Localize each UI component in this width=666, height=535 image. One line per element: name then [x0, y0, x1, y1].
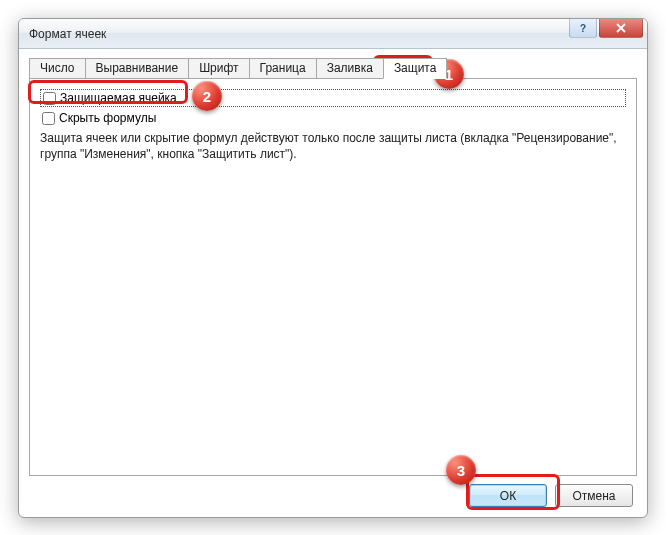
- help-button[interactable]: ?: [569, 19, 597, 38]
- tab-number[interactable]: Число: [29, 58, 86, 79]
- format-cells-dialog: Формат ячеек ? Число Выравнивание Шрифт …: [18, 18, 648, 518]
- tab-protection[interactable]: Защита: [383, 58, 448, 79]
- help-icon: ?: [580, 23, 586, 34]
- hidden-label: Скрыть формулы: [59, 111, 156, 125]
- tab-bar: Число Выравнивание Шрифт Граница Заливка…: [29, 57, 637, 79]
- tab-border[interactable]: Граница: [249, 58, 317, 79]
- tab-alignment[interactable]: Выравнивание: [85, 58, 190, 79]
- window-controls: ?: [567, 19, 643, 38]
- close-button[interactable]: [599, 19, 643, 38]
- ok-button[interactable]: ОК: [469, 484, 547, 507]
- dialog-content: Число Выравнивание Шрифт Граница Заливка…: [19, 49, 647, 517]
- locked-checkbox[interactable]: [43, 92, 56, 105]
- hidden-checkbox[interactable]: [42, 112, 55, 125]
- locked-label: Защищаемая ячейка: [60, 91, 177, 105]
- dialog-title: Формат ячеек: [29, 27, 106, 41]
- protection-panel: Защищаемая ячейка Скрыть формулы Защита …: [29, 78, 637, 476]
- cancel-button[interactable]: Отмена: [555, 484, 633, 507]
- dialog-buttons: ОК Отмена: [29, 476, 637, 507]
- locked-checkbox-row[interactable]: Защищаемая ячейка: [40, 89, 626, 107]
- close-icon: [616, 23, 626, 33]
- tab-font[interactable]: Шрифт: [188, 58, 249, 79]
- hidden-checkbox-row[interactable]: Скрыть формулы: [40, 110, 626, 126]
- titlebar[interactable]: Формат ячеек ?: [19, 19, 647, 49]
- tab-fill[interactable]: Заливка: [316, 58, 384, 79]
- protection-hint: Защита ячеек или скрытие формул действую…: [40, 130, 626, 162]
